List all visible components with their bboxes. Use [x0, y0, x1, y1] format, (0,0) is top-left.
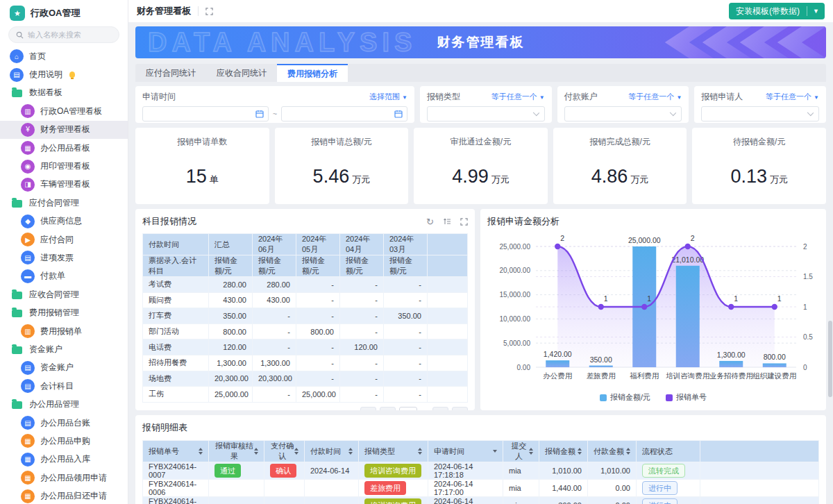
sidebar-item-fund-account-17[interactable]: ▤资金账户 [0, 359, 128, 377]
install-template-button[interactable]: 安装模板(带数据) ▼ [729, 3, 825, 19]
sidebar-item-accounting-subject-18[interactable]: ▤会计科目 [0, 377, 128, 395]
sidebar-item-home-0[interactable]: ⌂首页 [0, 47, 128, 65]
filter-operator-dropdown[interactable]: 等于任意一个 ▼ [766, 92, 819, 102]
subject-name-cell: 电话费 [143, 339, 209, 355]
sidebar-item-label: 办公用品领用申请 [40, 472, 107, 484]
sort-icon[interactable] [418, 448, 422, 455]
tab-2[interactable]: 费用报销分析 [277, 64, 348, 82]
filter-operator-dropdown[interactable]: 选择范围 ▼ [369, 92, 407, 102]
filter-operator-dropdown[interactable]: 等于任意一个 ▼ [628, 92, 682, 102]
next-page-button[interactable]: > [432, 407, 448, 410]
filler-cell [428, 371, 468, 387]
chevron-down-icon[interactable]: ▼ [807, 8, 825, 15]
sidebar-item-requisition-23[interactable]: ▦办公用品领用申请 [0, 469, 128, 487]
filler-header [428, 255, 468, 277]
sort-icon[interactable] [529, 448, 533, 455]
sidebar-item-oa-dashboard-3[interactable]: ▥行政OA管理看板 [0, 102, 128, 120]
expense-type-select[interactable] [427, 106, 545, 121]
sidebar-item-expense-form-15[interactable]: ▥费用报销单 [0, 322, 128, 340]
sidebar-item-inbound-22[interactable]: ▦办公用品入库 [0, 451, 128, 469]
sidebar-item-finance-dashboard-4[interactable]: ¥财务管理看板 [0, 121, 128, 139]
column-header: 报销金额/元 [384, 255, 428, 277]
scrollbar-thumb[interactable] [828, 321, 832, 397]
column-header-sortable[interactable]: 付款时间 [305, 441, 359, 462]
legend-item[interactable]: 报销金额/元 [600, 392, 650, 403]
stat-value: 15单 [186, 166, 219, 187]
sidebar-item-supplies-dashboard-5[interactable]: ▦办公用品看板 [0, 139, 128, 157]
sidebar-item-return-request-24[interactable]: ▦办公用品归还申请 [0, 487, 128, 504]
text-cell: 2024-06-14 [305, 462, 359, 480]
invoice-icon: ▤ [21, 251, 35, 264]
sidebar-item-manual-1[interactable]: ▤使用说明 [0, 65, 128, 83]
expand-icon[interactable] [460, 218, 468, 226]
sort-icon[interactable] [199, 448, 203, 455]
sort-icon[interactable] [626, 448, 630, 455]
sidebar-item-folder-14[interactable]: 费用报销管理 [0, 303, 128, 321]
column-header-sortable[interactable]: 报销类型 [359, 441, 428, 462]
filler-cell [428, 324, 468, 339]
caret-down-icon: ▼ [539, 94, 545, 101]
column-header-sortable[interactable]: 报销审核结果 [209, 441, 264, 462]
end-date-field[interactable] [282, 107, 407, 121]
sidebar-item-purchase-21[interactable]: ▦办公用品申购 [0, 432, 128, 450]
payment-account-select[interactable] [564, 106, 682, 121]
sidebar-item-payment-12[interactable]: ▬付款单 [0, 267, 128, 285]
sort-icon[interactable] [348, 448, 353, 455]
stat-value: 5.46万元 [313, 166, 371, 187]
sidebar-item-supplier-9[interactable]: ◆供应商信息 [0, 212, 128, 230]
app-root: ★ 行政OA管理 ⌂首页▤使用说明数据看板▥行政OA管理看板¥财务管理看板▦办公… [0, 0, 833, 504]
search-input[interactable] [28, 31, 112, 39]
svg-text:培训咨询费用: 培训咨询费用 [666, 371, 709, 380]
sidebar-item-payable-contract-10[interactable]: ▶应付合同 [0, 230, 128, 249]
topbar-tab-label[interactable]: 财务管理看板 [137, 5, 191, 17]
sidebar-item-invoice-11[interactable]: ▤进项发票 [0, 249, 128, 267]
column-header-sortable[interactable]: 支付确认 [264, 441, 305, 462]
text-cell: 1,010.00 [588, 462, 637, 480]
sort-icon[interactable] [578, 448, 582, 455]
column-label: 报销审核结果 [214, 441, 254, 462]
amount-cell: - [253, 308, 296, 324]
column-header-sortable[interactable]: 提交人 [503, 441, 539, 462]
sidebar-item-folder-2[interactable]: 数据看板 [0, 84, 128, 102]
sidebar-item-folder-19[interactable]: 办公用品管理 [0, 395, 128, 413]
stat-value: 4.99万元 [452, 166, 510, 187]
last-page-button[interactable]: >| [452, 407, 468, 410]
filler-cell [428, 339, 468, 355]
legend-item[interactable]: 报销单号 [666, 392, 707, 403]
column-header-sortable[interactable]: 申请时间 [428, 441, 503, 462]
sidebar-item-folder-16[interactable]: 资金账户 [0, 340, 128, 358]
chart-legend: 报销金额/元报销单号 [487, 392, 819, 403]
svg-text:21,010.00: 21,010.00 [671, 255, 704, 264]
sidebar-item-seal-dashboard-6[interactable]: ◉用印管理看板 [0, 157, 128, 175]
column-settings-icon[interactable] [443, 217, 451, 226]
filter-label: 报销申请人 [701, 91, 743, 103]
prev-page-button[interactable]: < [380, 407, 396, 410]
sort-desc-icon[interactable] [493, 450, 497, 453]
column-header-sortable[interactable]: 报销单号 [143, 441, 209, 462]
current-page-input[interactable]: 1 [399, 407, 417, 410]
first-page-button[interactable]: |< [360, 407, 376, 410]
applicant-select[interactable] [701, 106, 819, 121]
start-date-input[interactable] [142, 106, 269, 121]
filter-operator-dropdown[interactable]: 等于任意一个 ▼ [491, 92, 545, 102]
refresh-icon[interactable]: ↻ [426, 217, 434, 226]
svg-text:办公费用: 办公费用 [543, 371, 572, 380]
amount-cell: - [384, 387, 428, 403]
fund-account-icon: ▤ [21, 361, 35, 375]
sidebar-item-vehicle-dashboard-7[interactable]: ◨车辆管理看板 [0, 176, 128, 194]
sidebar-search[interactable] [8, 26, 119, 43]
sort-icon[interactable] [254, 448, 258, 455]
sidebar-item-folder-8[interactable]: 应付合同管理 [0, 194, 128, 212]
end-date-input[interactable] [281, 106, 407, 121]
topbar: 财务管理看板 安装模板(带数据) ▼ [128, 0, 833, 22]
fullscreen-icon[interactable] [205, 8, 213, 15]
sort-icon[interactable] [294, 448, 298, 455]
tab-0[interactable]: 应付合同统计 [135, 64, 206, 82]
column-header-sortable[interactable]: 报销金额 [539, 441, 588, 462]
column-header-sortable[interactable]: 流程状态 [637, 441, 700, 462]
sidebar-item-folder-13[interactable]: 应收合同管理 [0, 285, 128, 303]
sidebar-item-ledger-20[interactable]: ▤办公用品台账 [0, 414, 128, 432]
tab-1[interactable]: 应收合同统计 [206, 64, 277, 82]
start-date-field[interactable] [143, 107, 268, 121]
column-header-sortable[interactable]: 付款金额 [588, 441, 637, 462]
